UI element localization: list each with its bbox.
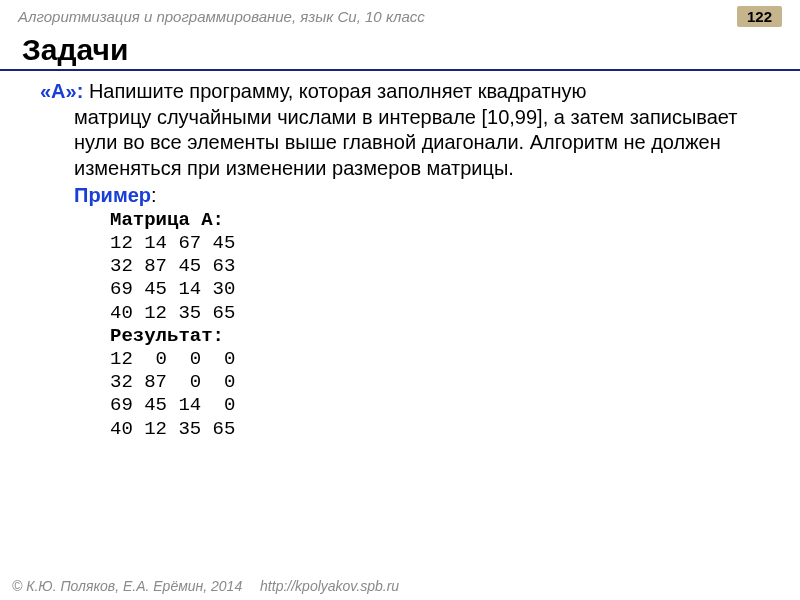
result-row: 69 45 14 0 bbox=[110, 394, 235, 416]
slide-header: Алгоритмизация и программирование, язык … bbox=[0, 0, 800, 29]
matrix-row: 69 45 14 30 bbox=[110, 278, 235, 300]
example-label: Пример: bbox=[40, 183, 772, 209]
content-area: «A»: Напишите программу, которая заполня… bbox=[0, 79, 800, 441]
slide-footer: © К.Ю. Поляков, Е.А. Ерёмин, 2014 http:/… bbox=[12, 578, 399, 594]
result-label: Результат: bbox=[110, 325, 224, 347]
example-block: Матрица А: 12 14 67 45 32 87 45 63 69 45… bbox=[40, 209, 772, 441]
footer-url: http://kpolyakov.spb.ru bbox=[260, 578, 399, 594]
matrix-label: Матрица А: bbox=[110, 209, 224, 231]
result-row: 32 87 0 0 bbox=[110, 371, 235, 393]
title-divider bbox=[0, 69, 800, 71]
example-word: Пример bbox=[74, 184, 151, 206]
task-text-first: Напишите программу, которая заполняет кв… bbox=[83, 80, 586, 102]
task-text-rest: матрицу случайными числами в интервале [… bbox=[40, 105, 772, 182]
page-title: Задачи bbox=[0, 29, 800, 69]
task-paragraph: «A»: Напишите программу, которая заполня… bbox=[40, 79, 772, 105]
breadcrumb: Алгоритмизация и программирование, язык … bbox=[18, 8, 425, 25]
copyright: © К.Ю. Поляков, Е.А. Ерёмин, 2014 bbox=[12, 578, 242, 594]
result-row: 12 0 0 0 bbox=[110, 348, 235, 370]
task-label: «A»: bbox=[40, 80, 83, 102]
matrix-row: 32 87 45 63 bbox=[110, 255, 235, 277]
example-colon: : bbox=[151, 184, 157, 206]
matrix-row: 40 12 35 65 bbox=[110, 302, 235, 324]
result-row: 40 12 35 65 bbox=[110, 418, 235, 440]
matrix-row: 12 14 67 45 bbox=[110, 232, 235, 254]
page-number: 122 bbox=[737, 6, 782, 27]
